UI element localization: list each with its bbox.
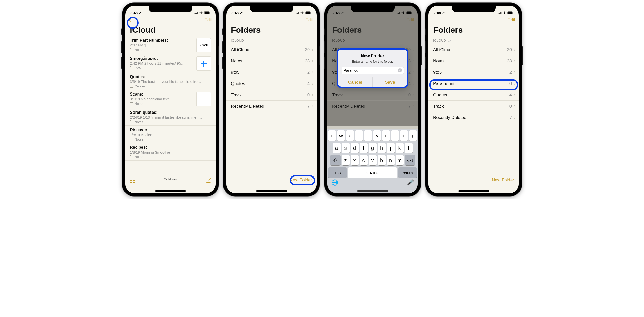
key-e[interactable]: e (346, 130, 354, 141)
key-b[interactable]: b (378, 155, 386, 165)
back-button[interactable]: ‹ (129, 16, 131, 24)
mic-icon[interactable]: 🎤 (407, 179, 414, 186)
key-p[interactable]: p (409, 130, 417, 141)
home-indicator[interactable] (256, 190, 287, 192)
folder-count: 23 (507, 59, 512, 64)
note-item[interactable]: Scans:3/1/19 No additional textNotes (125, 90, 216, 108)
alert-message: Enter a name for this folder. (342, 60, 404, 63)
note-item[interactable]: Smörgåsbord:2:42 PM 2 hours 11 minutes/ … (125, 54, 216, 72)
status-time: 2:48 (434, 11, 441, 15)
home-indicator[interactable] (458, 190, 489, 192)
key-w[interactable]: w (337, 130, 345, 141)
key-k[interactable]: k (396, 143, 404, 153)
folder-row[interactable]: 9to52› (226, 67, 317, 78)
key-u[interactable]: u (382, 130, 390, 141)
note-title: Trim Part Numbers: (130, 38, 194, 43)
key-f[interactable]: f (360, 143, 368, 153)
folder-row[interactable]: 9to52› (428, 67, 519, 78)
notes-list[interactable]: Trim Part Numbers:2:47 PM $NotesNOVESmör… (125, 36, 216, 174)
key-g[interactable]: g (369, 143, 377, 153)
new-folder-button[interactable]: New Folder (290, 178, 312, 183)
folder-row[interactable]: Recently Deleted7› (226, 101, 317, 112)
save-button[interactable]: Save (373, 77, 407, 88)
note-item[interactable]: Soren quotes:2/24/19 1/13 "mmm it tastes… (125, 108, 216, 126)
svg-rect-2 (210, 12, 210, 13)
gallery-view-button[interactable] (130, 178, 135, 183)
status-time: 2:48 (231, 11, 239, 15)
note-subtitle: 1/8/19 Morning Smoothie (130, 150, 211, 154)
folder-row[interactable]: Recently Deleted7› (428, 112, 519, 123)
note-item[interactable]: Discover:1/8/19 Books:Notes (125, 126, 216, 143)
edit-button[interactable]: Edit (306, 17, 313, 23)
key-l[interactable]: l (405, 143, 413, 153)
clear-input-icon[interactable]: ✕ (398, 68, 402, 72)
key-d[interactable]: d (351, 143, 359, 153)
folder-count: 29 (507, 47, 512, 52)
page-title: Folders (428, 25, 519, 37)
folder-count: 23 (305, 59, 310, 64)
note-thumbnail: + (196, 56, 211, 71)
chevron-right-icon: › (312, 92, 314, 98)
folder-row[interactable]: Quotes4› (428, 89, 519, 101)
folder-name-value: Paramount (344, 68, 361, 72)
location-arrow-icon: ↗ (139, 11, 142, 15)
phone-frame-2: 2:48 ↗ Edit Folders ICLOUD All iCloud29›… (223, 3, 320, 196)
folder-name-input[interactable]: Paramount ✕ (342, 67, 404, 74)
globe-icon[interactable]: 🌐 (331, 179, 338, 186)
edit-button[interactable]: Edit (204, 17, 212, 23)
folder-row[interactable]: All iCloud29› (428, 44, 519, 55)
note-item[interactable]: Recipes:1/8/19 Morning SmoothieNotes (125, 143, 216, 161)
space-key[interactable]: space (348, 167, 397, 178)
note-folder: Notes (130, 48, 194, 52)
folder-row[interactable]: Notes23› (428, 55, 519, 67)
key-h[interactable]: h (378, 143, 386, 153)
backspace-key[interactable] (405, 155, 415, 165)
key-y[interactable]: y (373, 130, 381, 141)
folder-row[interactable]: Track0› (226, 89, 317, 101)
key-m[interactable]: m (396, 155, 404, 165)
key-r[interactable]: r (355, 130, 363, 141)
folder-row[interactable]: Paramount0› (428, 78, 519, 89)
folder-name: Notes (433, 59, 444, 64)
folder-row[interactable]: Track0› (428, 101, 519, 112)
note-item[interactable]: Quotes:3/3/19 The basis of your life is … (125, 72, 216, 90)
keyboard[interactable]: qwertyuiop asdfghjkl zxcvbnm 123 space r… (327, 129, 418, 193)
folder-row[interactable]: All iCloud29› (226, 44, 317, 55)
key-v[interactable]: v (369, 155, 377, 165)
compose-button[interactable] (206, 178, 211, 183)
key-c[interactable]: c (360, 155, 368, 165)
cellular-signal-icon (296, 11, 299, 15)
return-key[interactable]: return (398, 167, 417, 178)
key-i[interactable]: i (391, 130, 399, 141)
folder-name: All iCloud (433, 47, 452, 52)
key-q[interactable]: q (328, 130, 336, 141)
folder-count: 2 (509, 70, 512, 75)
key-o[interactable]: o (400, 130, 408, 141)
folder-row[interactable]: Notes23› (226, 55, 317, 67)
folder-row[interactable]: Quotes4› (226, 78, 317, 89)
svg-rect-11 (513, 12, 513, 13)
note-title: Discover: (130, 128, 211, 132)
home-indicator[interactable] (357, 190, 388, 192)
numbers-key[interactable]: 123 (328, 167, 347, 178)
key-x[interactable]: x (351, 155, 359, 165)
home-indicator[interactable] (155, 190, 186, 192)
chevron-right-icon: › (514, 92, 516, 98)
new-folder-button[interactable]: New Folder (492, 178, 514, 183)
page-title: Folders (226, 25, 317, 37)
key-s[interactable]: s (342, 143, 350, 153)
note-item[interactable]: Trim Part Numbers:2:47 PM $NotesNOVE (125, 36, 216, 54)
key-t[interactable]: t (364, 130, 372, 141)
key-j[interactable]: j (387, 143, 395, 153)
wifi-icon (502, 11, 506, 14)
key-n[interactable]: n (387, 155, 395, 165)
key-a[interactable]: a (333, 143, 341, 153)
folder-icon (130, 67, 133, 69)
key-z[interactable]: z (342, 155, 350, 165)
cancel-button[interactable]: Cancel (338, 77, 373, 88)
edit-button[interactable]: Edit (508, 17, 515, 23)
shift-key[interactable] (330, 155, 341, 165)
folder-name: Recently Deleted (231, 104, 264, 109)
note-subtitle: 3/3/19 The basis of your life is absolut… (130, 80, 211, 84)
status-time: 2:48 (130, 11, 138, 15)
